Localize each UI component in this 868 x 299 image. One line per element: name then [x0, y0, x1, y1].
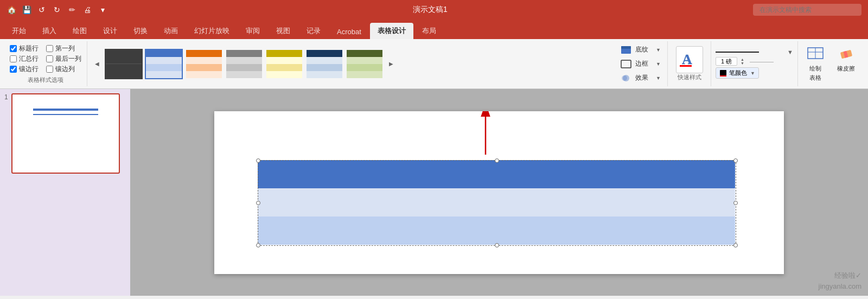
- table-body-row1: [258, 188, 735, 217]
- pen-line-style-row: ▼: [716, 49, 793, 55]
- table-body-row2: [258, 217, 735, 245]
- table-options-section: 标题行 第一列 汇总行 最后一列 镶边行 镶边列 表格样式: [4, 41, 87, 86]
- svg-text:A: A: [682, 52, 692, 67]
- edit-icon[interactable]: ✏: [67, 5, 77, 15]
- tab-review[interactable]: 审阅: [238, 23, 267, 39]
- eraser-button[interactable]: 橡皮擦: [833, 43, 859, 84]
- banded-cols-label: 镶边列: [55, 65, 75, 74]
- pen-color-dropdown-icon: ▼: [750, 71, 755, 76]
- tab-transition[interactable]: 切换: [126, 23, 155, 39]
- table-cell: [258, 217, 417, 245]
- table-styles-section: ◀: [87, 41, 614, 86]
- draw-section: 绘制 表格 橡皮擦: [798, 41, 864, 86]
- svg-rect-9: [720, 75, 726, 77]
- banded-rows-checkbox[interactable]: [10, 66, 17, 73]
- tab-slideshow[interactable]: 幻灯片放映: [187, 23, 237, 39]
- slide-thumbnail[interactable]: [11, 93, 120, 174]
- border-dropdown-icon: ▼: [656, 61, 661, 67]
- style-dark[interactable]: [105, 49, 143, 79]
- shading-dropdown-icon: ▼: [656, 47, 661, 53]
- save-icon[interactable]: 💾: [22, 5, 31, 15]
- pen-weight-row: 1 磅 ▲ ▼ ————: [716, 57, 793, 66]
- styles-grid: [105, 49, 384, 79]
- watermark-line2: jingyanla.com: [819, 281, 862, 292]
- tab-table-design[interactable]: 表格设计: [370, 23, 413, 39]
- shading-button[interactable]: 底纹 ▼: [618, 44, 663, 56]
- svg-rect-2: [621, 60, 631, 68]
- effect-icon: [620, 73, 632, 83]
- header-row-checkbox[interactable]: [10, 45, 17, 52]
- svg-point-4: [622, 75, 627, 81]
- slide-table[interactable]: [258, 160, 735, 245]
- title-bar: 🏠 💾 ↺ ↻ ✏ 🖨 ▾ 演示文稿1: [0, 0, 868, 20]
- pen-weight-unit: ————: [750, 58, 774, 65]
- table-options-grid: 标题行 第一列 汇总行 最后一列 镶边行 镶边列: [10, 44, 81, 74]
- watermark-line1: 经验啦✓: [819, 270, 862, 281]
- styles-scroll-prev[interactable]: ◀: [92, 61, 103, 67]
- home-icon[interactable]: 🏠: [7, 5, 16, 15]
- draw-table-icon: [807, 46, 824, 63]
- tab-insert[interactable]: 插入: [35, 23, 64, 39]
- effects-section: 底纹 ▼ 边框 ▼ 效果 ▼: [614, 41, 668, 86]
- banded-rows-label: 镶边行: [19, 65, 39, 74]
- style-lightblue[interactable]: [305, 49, 343, 79]
- tab-record[interactable]: 记录: [299, 23, 328, 39]
- tab-layout[interactable]: 布局: [414, 23, 444, 39]
- table-cell: [417, 188, 576, 217]
- pen-weight-spinner[interactable]: ▲ ▼: [741, 58, 744, 65]
- pen-line-style-dropdown-icon[interactable]: ▼: [787, 49, 793, 55]
- style-gray[interactable]: [225, 49, 263, 79]
- svg-rect-7: [680, 65, 692, 67]
- border-label: 边框: [635, 59, 648, 68]
- banded-cols-checkbox[interactable]: [46, 66, 53, 73]
- tab-draw[interactable]: 绘图: [65, 23, 94, 39]
- border-button[interactable]: 边框 ▼: [618, 58, 663, 70]
- style-yellow[interactable]: [265, 49, 303, 79]
- shading-icon: [620, 45, 632, 55]
- slide-number: 1: [4, 93, 8, 101]
- title-bar-icons: 🏠 💾 ↺ ↻ ✏ 🖨 ▾: [7, 5, 107, 15]
- last-col-label: 最后一列: [55, 54, 81, 63]
- total-row-checkbox[interactable]: [10, 55, 17, 62]
- quick-style-icon-a: A A: [676, 46, 703, 73]
- table-header-row: [258, 160, 735, 188]
- quick-styles-section: A A 快速样式: [668, 41, 711, 86]
- watermark: 经验啦✓ jingyanla.com: [819, 270, 862, 291]
- first-col-checkbox[interactable]: [46, 45, 53, 52]
- tab-view[interactable]: 视图: [269, 23, 298, 39]
- tab-animation[interactable]: 动画: [156, 23, 186, 39]
- total-row-label: 汇总行: [19, 54, 39, 63]
- table-cell: [258, 160, 417, 188]
- style-orange[interactable]: [185, 49, 223, 79]
- redo-icon[interactable]: ↻: [52, 5, 62, 15]
- pen-color-button[interactable]: 笔颜色 ▼: [716, 67, 759, 79]
- eraser-icon: [839, 46, 854, 63]
- document-title: 演示文稿1: [107, 5, 753, 15]
- style-green[interactable]: [346, 49, 384, 79]
- style-blue-selected[interactable]: [145, 49, 183, 79]
- more-icon[interactable]: ▾: [98, 5, 107, 15]
- pen-color-label: 笔颜色: [729, 69, 747, 77]
- border-icon: [620, 59, 632, 69]
- table-cell: [417, 217, 576, 245]
- print-icon[interactable]: 🖨: [82, 5, 92, 15]
- pen-section: ▼ 1 磅 ▲ ▼ ———— 笔颜色 ▼: [711, 41, 798, 86]
- tab-acrobat[interactable]: Acrobat: [329, 24, 369, 39]
- quick-styles-label: 快速样式: [678, 73, 701, 81]
- draw-table-button[interactable]: 绘制 表格: [802, 43, 828, 84]
- first-col-option: 第一列: [46, 44, 81, 53]
- tab-start[interactable]: 开始: [4, 23, 34, 39]
- effect-dropdown-icon: ▼: [656, 75, 661, 81]
- search-input[interactable]: [753, 4, 861, 16]
- svg-rect-1: [621, 46, 631, 49]
- last-col-checkbox[interactable]: [46, 55, 53, 62]
- effect-button[interactable]: 效果 ▼: [618, 72, 663, 84]
- tab-design[interactable]: 设计: [95, 23, 125, 39]
- table-cell: [576, 217, 735, 245]
- styles-scroll-next[interactable]: ▶: [386, 61, 397, 67]
- banded-cols-option: 镶边列: [46, 65, 81, 74]
- ribbon-content: 标题行 第一列 汇总行 最后一列 镶边行 镶边列 表格样式: [0, 39, 868, 89]
- pen-color-row: 笔颜色 ▼: [716, 67, 793, 79]
- undo-icon[interactable]: ↺: [37, 5, 47, 15]
- pen-weight-input[interactable]: 1 磅: [716, 57, 737, 66]
